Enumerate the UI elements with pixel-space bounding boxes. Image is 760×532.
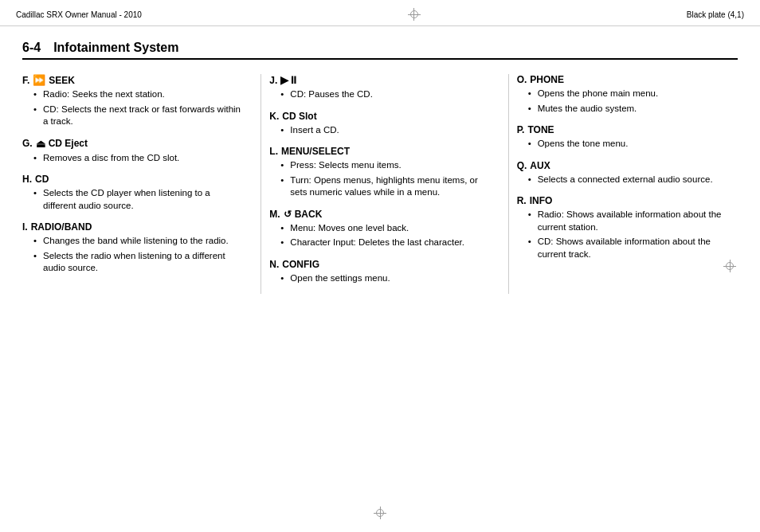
bullet-list-H: Selects the CD player when listening to … [22, 187, 243, 212]
bullet-item: Radio: Shows available information about… [528, 209, 738, 233]
item-letter-R: R. [517, 195, 527, 206]
item-group-M: M.↺BACKMenu: Moves one level back.Charac… [269, 209, 490, 249]
item-group-K: K.CD SlotInsert a CD. [269, 111, 490, 137]
item-label-R: R.INFO [517, 195, 738, 206]
header-left: Cadillac SRX Owner Manual - 2010 [16, 10, 142, 19]
right-crosshair [722, 258, 738, 274]
back-icon: ↺ [284, 209, 292, 220]
item-letter-N: N. [269, 259, 279, 270]
bullet-list-I: Changes the band while listening to the … [22, 235, 243, 275]
item-group-G: G.⏏CD EjectRemoves a disc from the CD sl… [22, 138, 243, 165]
item-name-M: BACK [295, 209, 323, 220]
bullet-item: Character Input: Deletes the last charac… [280, 237, 490, 249]
seek-icon: ⏩ [33, 74, 45, 86]
item-label-H: H.CD [22, 174, 243, 185]
item-letter-P: P. [517, 124, 525, 135]
item-label-O: O.PHONE [517, 74, 738, 85]
bullet-item: Menu: Moves one level back. [280, 222, 490, 235]
bullet-item: Open the settings menu. [280, 272, 490, 285]
item-label-L: L.MENU/SELECT [269, 146, 490, 157]
bullet-item: Press: Selects menu items. [280, 159, 490, 172]
column-3: O.PHONEOpens the phone main menu.Mutes t… [517, 74, 738, 294]
item-name-P: TONE [527, 124, 554, 135]
bullet-list-L: Press: Selects menu items.Turn: Opens me… [269, 159, 490, 199]
item-group-P: P.TONEOpens the tone menu. [517, 124, 738, 151]
item-letter-L: L. [269, 146, 278, 157]
item-label-M: M.↺BACK [269, 209, 490, 220]
item-label-G: G.⏏CD Eject [22, 138, 243, 150]
item-name-L: MENU/SELECT [281, 146, 350, 157]
eject-icon: ⏏ [36, 138, 45, 150]
columns-container: F.⏩SEEKRadio: Seeks the next station.CD:… [22, 74, 738, 294]
bullet-item: CD: Pauses the CD. [280, 88, 490, 101]
bullet-list-G: Removes a disc from the CD slot. [22, 152, 243, 165]
item-name-N: CONFIG [282, 259, 319, 270]
item-letter-O: O. [517, 74, 527, 85]
bullet-item: Opens the tone menu. [528, 138, 738, 151]
item-name-F: SEEK [49, 75, 75, 86]
item-letter-M: M. [269, 209, 280, 220]
bullet-list-R: Radio: Shows available information about… [517, 209, 738, 260]
page-content: 6-4Infotainment System F.⏩SEEKRadio: See… [0, 26, 760, 302]
section-title: 6-4Infotainment System [22, 41, 738, 60]
item-name-I: RADIO/BAND [31, 221, 92, 233]
item-letter-Q: Q. [517, 160, 527, 171]
bullet-item: Selects a connected external audio sourc… [528, 174, 738, 186]
col-divider-1 [261, 74, 261, 294]
bullet-item: Changes the band while listening to the … [33, 235, 243, 248]
column-1: F.⏩SEEKRadio: Seeks the next station.CD:… [22, 74, 253, 294]
item-group-N: N.CONFIGOpen the settings menu. [269, 259, 490, 285]
bullet-item: Mutes the audio system. [528, 103, 738, 115]
bullet-list-N: Open the settings menu. [269, 272, 490, 285]
item-label-J: J.▶⏸ [269, 74, 490, 86]
item-group-J: J.▶⏸CD: Pauses the CD. [269, 74, 490, 101]
item-letter-J: J. [269, 75, 277, 86]
bullet-item: Turn: Opens menus, highlights menu items… [280, 174, 490, 199]
item-letter-F: F. [22, 75, 29, 86]
section-number: 6-4 [22, 41, 41, 54]
bullet-list-J: CD: Pauses the CD. [269, 88, 490, 101]
item-group-H: H.CDSelects the CD player when listening… [22, 174, 243, 212]
item-label-N: N.CONFIG [269, 259, 490, 270]
bullet-list-P: Opens the tone menu. [517, 138, 738, 151]
bullet-item: Insert a CD. [280, 124, 490, 137]
page-header: Cadillac SRX Owner Manual - 2010 Black p… [0, 0, 760, 26]
item-letter-G: G. [22, 138, 33, 149]
bullet-item: Selects the CD player when listening to … [33, 187, 243, 212]
header-right: Black plate (4,1) [687, 10, 744, 19]
item-label-K: K.CD Slot [269, 111, 490, 122]
item-letter-I: I. [22, 221, 28, 233]
item-name-G: CD Eject [49, 138, 88, 149]
bullet-item: Opens the phone main menu. [528, 88, 738, 100]
item-group-L: L.MENU/SELECTPress: Selects menu items.T… [269, 146, 490, 199]
item-label-Q: Q.AUX [517, 160, 738, 171]
bullet-item: Radio: Seeks the next station. [33, 88, 243, 101]
item-letter-H: H. [22, 174, 32, 185]
item-label-P: P.TONE [517, 124, 738, 135]
play-pause-icon: ▶⏸ [280, 74, 299, 86]
item-group-F: F.⏩SEEKRadio: Seeks the next station.CD:… [22, 74, 243, 128]
column-2: J.▶⏸CD: Pauses the CD.K.CD SlotInsert a … [269, 74, 499, 294]
item-label-F: F.⏩SEEK [22, 74, 243, 86]
bullet-item: Removes a disc from the CD slot. [33, 152, 243, 165]
section-name: Infotainment System [53, 41, 178, 54]
item-name-R: INFO [530, 195, 553, 206]
bullet-list-F: Radio: Seeks the next station.CD: Select… [22, 88, 243, 128]
item-letter-K: K. [269, 111, 279, 122]
bullet-list-K: Insert a CD. [269, 124, 490, 137]
bullet-item: Selects the radio when listening to a di… [33, 250, 243, 275]
col-divider-2 [508, 74, 509, 294]
item-name-Q: AUX [530, 160, 550, 171]
item-name-O: PHONE [530, 74, 564, 85]
item-group-Q: Q.AUXSelects a connected external audio … [517, 160, 738, 186]
item-name-H: CD [35, 174, 49, 185]
bullet-list-M: Menu: Moves one level back.Character Inp… [269, 222, 490, 249]
item-label-I: I.RADIO/BAND [22, 221, 243, 233]
bullet-list-O: Opens the phone main menu.Mutes the audi… [517, 88, 738, 115]
item-group-I: I.RADIO/BANDChanges the band while liste… [22, 221, 243, 275]
item-group-O: O.PHONEOpens the phone main menu.Mutes t… [517, 74, 738, 115]
item-group-R: R.INFORadio: Shows available information… [517, 195, 738, 260]
bullet-list-Q: Selects a connected external audio sourc… [517, 174, 738, 186]
bullet-item: CD: Shows available information about th… [528, 236, 738, 260]
bullet-item: CD: Selects the next track or fast forwa… [33, 104, 243, 128]
